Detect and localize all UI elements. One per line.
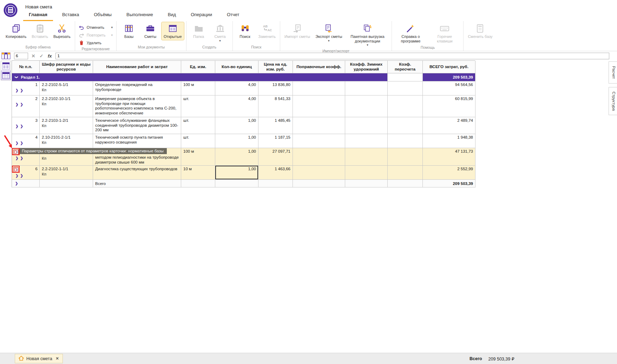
redo-button[interactable]: Повторить ▾ xyxy=(79,32,113,38)
hotkeys-button[interactable]: Горячие клавиши xyxy=(428,22,461,44)
menu-tab[interactable]: Главная xyxy=(23,9,53,21)
estimates-button[interactable]: Сметы xyxy=(140,22,160,40)
unit-price-cell: 1 485,45 xyxy=(258,117,293,134)
row-number-cell: 2❯ ❯ xyxy=(12,95,40,117)
estimate-doc-icon xyxy=(215,23,225,34)
quantity-cell[interactable]: 1,00 xyxy=(215,166,258,180)
unit-cell: шт. xyxy=(181,134,215,148)
close-icon[interactable]: ✕ xyxy=(56,356,59,361)
dropdown-icon[interactable]: ▾ xyxy=(328,39,330,42)
quantity-cell[interactable]: 1,00 xyxy=(215,134,258,148)
paste-button[interactable]: Вставить xyxy=(29,22,50,40)
replace-button[interactable]: ABAC Заменить xyxy=(256,22,278,40)
column-header[interactable]: Шифр расценки и коды ресурсов xyxy=(40,61,93,73)
expand-chevrons[interactable]: ❯ ❯ xyxy=(14,124,38,128)
split-view-icon[interactable] xyxy=(1,61,11,71)
quantity-cell[interactable]: 1,00 xyxy=(215,148,258,166)
fx-function-icon[interactable]: fx xyxy=(47,53,53,59)
quantity-cell[interactable]: 4,00 xyxy=(215,81,258,95)
import-estimate-button[interactable]: Импорт сметы xyxy=(282,22,312,40)
unit-cell: шт. xyxy=(181,95,215,117)
estimate-row[interactable]: 2❯ ❯2.2-2102-10-1/1КпИзмерение размеров … xyxy=(12,95,475,117)
dropdown-icon[interactable]: ▾ xyxy=(108,33,113,37)
chevron-down-icon[interactable]: ❯ xyxy=(15,76,18,79)
create-estimate-button[interactable]: Смета ▾ xyxy=(210,22,230,44)
column-header[interactable]: Наименование работ и затрат xyxy=(93,61,181,73)
winter-coeff-cell xyxy=(345,148,388,166)
estimate-row[interactable]: 3❯ ❯2.2-2103-1-2/1КпТехническое обслужив… xyxy=(12,117,475,134)
open-documents-button[interactable]: Открытые xyxy=(162,22,184,40)
expand-chevrons[interactable]: ❯ ❯ xyxy=(14,102,38,106)
undo-button[interactable]: Отменить ▾ xyxy=(79,24,113,30)
kp-coefficient: Кп xyxy=(42,88,91,92)
sheet-grid-icon[interactable] xyxy=(0,52,12,60)
total-row-expand[interactable]: ❯ xyxy=(12,180,40,187)
menu-tab[interactable]: Выполнение xyxy=(121,9,159,21)
export-estimate-button[interactable]: Экспорт сметы ▾ xyxy=(313,22,344,44)
column-header[interactable]: ВСЕГО затрат, руб. xyxy=(423,61,475,73)
cancel-entry-icon[interactable]: ✕ xyxy=(31,53,36,59)
formula-input[interactable] xyxy=(55,53,609,59)
dropdown-icon[interactable]: ▾ xyxy=(367,43,368,47)
chevron-right-icon[interactable]: ❯ xyxy=(14,181,18,185)
section-row[interactable]: ❯ Раздел 1. 209 503,39 xyxy=(12,73,475,81)
status-total-value: 209 503,39 ₽ xyxy=(488,356,514,362)
row-number: 4 xyxy=(35,135,38,139)
side-tab[interactable]: Структура xyxy=(609,87,617,115)
cut-button[interactable]: Вырезать xyxy=(51,22,73,40)
calculator-icon xyxy=(475,23,485,34)
side-tab[interactable]: Расчет xyxy=(609,61,617,84)
table-view-icon[interactable] xyxy=(1,71,11,80)
quantity-cell[interactable]: 4,00 xyxy=(215,95,258,117)
menu-tab[interactable]: Отчет xyxy=(221,9,245,21)
cell-reference-input[interactable] xyxy=(14,53,28,59)
dropdown-icon[interactable]: ▾ xyxy=(219,39,221,42)
correction-coeff-cell xyxy=(293,148,345,166)
section-label-cell[interactable]: ❯ Раздел 1. xyxy=(12,73,388,81)
column-header[interactable]: Кол-во единиц xyxy=(215,61,258,73)
rate-code: 2.2-2103-1-2/1 xyxy=(42,118,91,123)
ribbon-group-clipboard: Копировать Вставить Вырезать Буфер обмен… xyxy=(1,21,75,51)
help-about-button[interactable]: Справка о программе xyxy=(394,22,427,44)
document-tab-label: Новая смета xyxy=(26,356,52,361)
column-header[interactable]: Коэфф. Зимних удорожаний xyxy=(345,61,388,73)
grand-total-value: 209 503,39 xyxy=(423,180,475,187)
dropdown-icon[interactable]: ▾ xyxy=(108,26,113,29)
create-folder-button[interactable]: Папка xyxy=(189,22,209,40)
expand-chevrons[interactable]: ❯ ❯ xyxy=(14,174,38,178)
group-label-change-base xyxy=(466,48,494,51)
search-button[interactable]: Поиск xyxy=(235,22,255,40)
estimate-row[interactable]: 4❯ ❯2.10-2101-2-1/1КпТехнический осмотр … xyxy=(12,134,475,148)
menu-tab[interactable]: Вставка xyxy=(57,9,85,21)
ribbon-group-editing: Отменить ▾ Повторить ▾ Удалить Редактиро… xyxy=(75,21,117,51)
copy-button[interactable]: Копировать xyxy=(4,22,28,40)
column-header[interactable]: № п.п. xyxy=(12,61,40,73)
batch-export-button[interactable]: Пакетная выгрузка документации ▾ xyxy=(345,22,389,48)
rate-code-cell: 2.2-2102-1-1/1Кп xyxy=(40,166,93,180)
delete-button[interactable]: Удалить xyxy=(79,40,113,46)
menu-tab[interactable]: Операции xyxy=(185,9,218,21)
menu-tab[interactable]: Объёмы xyxy=(88,9,117,21)
main-area: № п.п.Шифр расценки и коды ресурсовНаиме… xyxy=(0,60,617,353)
expand-chevrons[interactable]: ❯ ❯ xyxy=(14,141,38,145)
section-total: 209 503,39 xyxy=(423,73,475,81)
replace-icon: ABAC xyxy=(262,23,272,34)
folder-icon xyxy=(193,23,204,34)
estimate-row[interactable]: 6❯ ❯2.2-2102-1-1/1КпДиагностика существу… xyxy=(12,166,475,180)
expand-chevrons[interactable]: ❯ ❯ xyxy=(14,156,38,160)
document-tab[interactable]: Новая смета ✕ xyxy=(15,354,63,363)
group-label-create: Создать xyxy=(189,44,230,51)
column-header[interactable]: Поправочные коэфф. xyxy=(293,61,345,73)
change-base-button[interactable]: Сменить базу xyxy=(466,22,494,40)
section-title: Раздел 1. xyxy=(21,75,40,79)
column-header[interactable]: Ед. изм. xyxy=(181,61,215,73)
grand-total-row[interactable]: ❯ Всего 209 503,39 xyxy=(12,180,475,187)
confirm-entry-icon[interactable]: ✓ xyxy=(39,53,44,59)
bases-button[interactable]: Базы xyxy=(119,22,139,40)
quantity-cell[interactable]: 1,00 xyxy=(215,117,258,134)
column-header[interactable]: Коэф. пересчета xyxy=(388,61,423,73)
estimate-row[interactable]: 1❯ ❯2.2-2102-5-1/1КпОпределение поврежде… xyxy=(12,81,475,95)
menu-tab[interactable]: Вид xyxy=(162,9,182,21)
expand-chevrons[interactable]: ❯ ❯ xyxy=(14,88,38,92)
column-header[interactable]: Цена на ед. изм. руб. xyxy=(258,61,293,73)
